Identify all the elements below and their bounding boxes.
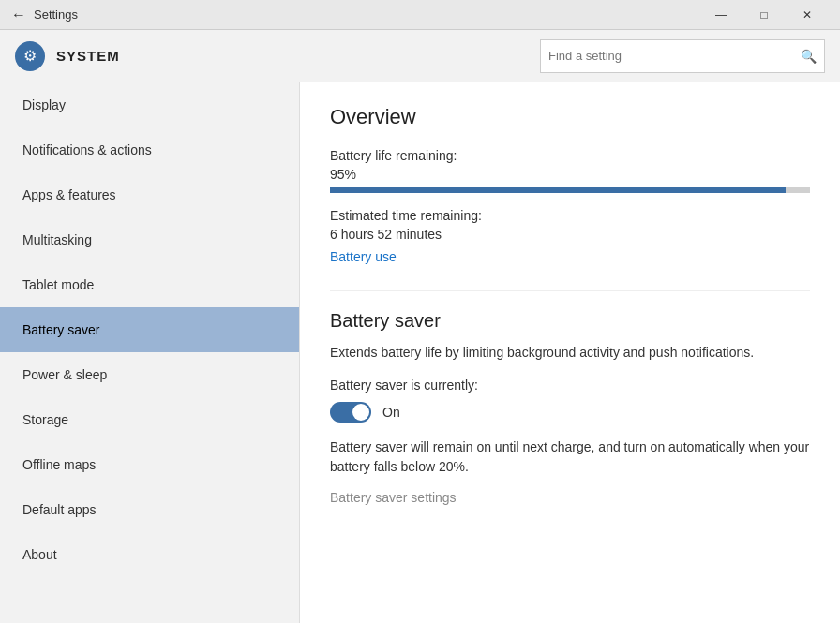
battery-saver-title: Battery saver: [330, 310, 810, 332]
sidebar-item-storage[interactable]: Storage: [0, 397, 299, 442]
title-bar: ← Settings — □ ✕: [0, 0, 840, 30]
saver-description: Extends battery life by limiting backgro…: [330, 343, 810, 363]
search-box[interactable]: 🔍: [540, 39, 825, 73]
sidebar-item-tablet[interactable]: Tablet mode: [0, 262, 299, 307]
sidebar-item-display[interactable]: Display: [0, 82, 299, 127]
sidebar-item-notifications[interactable]: Notifications & actions: [0, 127, 299, 172]
remain-on-text: Battery saver will remain on until next …: [330, 438, 810, 477]
search-input[interactable]: [548, 49, 801, 63]
toggle-row: On: [330, 402, 810, 423]
close-button[interactable]: ✕: [786, 0, 829, 30]
maximize-button[interactable]: □: [742, 0, 786, 30]
battery-life-label: Battery life remaining:: [330, 148, 810, 163]
content-area: Overview Battery life remaining: 95% Est…: [300, 82, 840, 623]
section-divider: [330, 290, 810, 291]
back-arrow-icon[interactable]: ←: [11, 7, 26, 23]
sidebar-item-battery-saver[interactable]: Battery saver: [0, 307, 299, 352]
sidebar: Display Notifications & actions Apps & f…: [0, 82, 300, 623]
battery-percent: 95%: [330, 167, 810, 182]
system-icon: ⚙: [15, 41, 45, 71]
saver-currently-label: Battery saver is currently:: [330, 378, 810, 393]
title-bar-title: Settings: [34, 7, 78, 22]
title-bar-controls: — □ ✕: [699, 0, 829, 30]
sidebar-item-multitasking[interactable]: Multitasking: [0, 217, 299, 262]
sidebar-item-default-apps[interactable]: Default apps: [0, 487, 299, 532]
battery-use-link[interactable]: Battery use: [330, 249, 397, 264]
battery-saver-settings-link[interactable]: Battery saver settings: [330, 490, 457, 505]
search-icon: 🔍: [801, 49, 817, 64]
header-title: SYSTEM: [56, 48, 529, 64]
toggle-label: On: [382, 405, 400, 420]
battery-progress-bar: [330, 187, 810, 193]
estimated-label: Estimated time remaining:: [330, 208, 810, 223]
estimated-time: 6 hours 52 minutes: [330, 227, 810, 242]
title-bar-left: ← Settings: [11, 7, 78, 23]
header-bar: ⚙ SYSTEM 🔍: [0, 30, 840, 82]
main-layout: Display Notifications & actions Apps & f…: [0, 82, 840, 623]
sidebar-item-power[interactable]: Power & sleep: [0, 352, 299, 397]
sidebar-item-apps[interactable]: Apps & features: [0, 172, 299, 217]
toggle-knob: [352, 404, 369, 421]
minimize-button[interactable]: —: [699, 0, 742, 30]
sidebar-item-about[interactable]: About: [0, 532, 299, 577]
battery-progress-fill: [330, 187, 786, 193]
overview-title: Overview: [330, 105, 810, 129]
sidebar-item-offline-maps[interactable]: Offline maps: [0, 442, 299, 487]
battery-saver-toggle[interactable]: [330, 402, 371, 423]
